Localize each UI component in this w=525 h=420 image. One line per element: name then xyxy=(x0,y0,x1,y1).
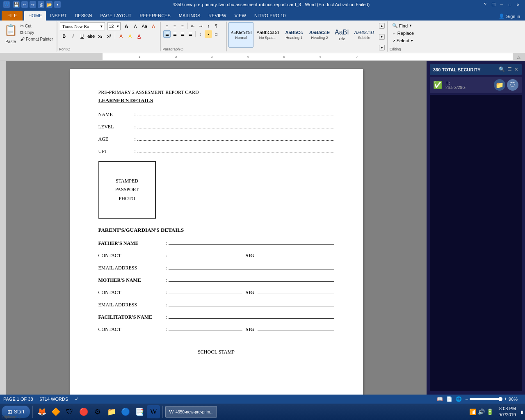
sort-button[interactable]: ↕ xyxy=(205,22,212,30)
subscript-button[interactable]: x₂ xyxy=(96,32,104,40)
font-shrink-button[interactable]: A xyxy=(131,22,139,30)
mother-contact-line[interactable] xyxy=(169,288,242,294)
close-button[interactable]: ✕ xyxy=(514,1,522,8)
taskbar-settings-icon[interactable]: ⚙ xyxy=(91,405,104,418)
minimize-button[interactable]: ─ xyxy=(498,1,505,8)
find-arrow[interactable]: ▼ xyxy=(409,24,412,27)
security-search-icon[interactable]: 🔍 xyxy=(499,66,505,73)
bullets-button[interactable]: ≡ xyxy=(163,22,171,30)
clipboard-expander[interactable]: ⬡ xyxy=(18,415,21,419)
styles-scroll-down[interactable]: ▼ xyxy=(379,34,385,40)
style-heading1[interactable]: AaBbCc Heading 1 xyxy=(282,22,306,48)
undo-button[interactable]: ↩ xyxy=(21,1,28,8)
storage-folder-button[interactable]: 📁 xyxy=(494,79,505,91)
tab-mailings[interactable]: MAILINGS xyxy=(175,11,205,21)
taskbar-firefox-icon[interactable]: 🦊 xyxy=(35,405,48,418)
read-mode-icon[interactable]: 📖 xyxy=(437,396,443,402)
borders-button[interactable]: □ xyxy=(212,30,220,38)
taskbar-edge-icon[interactable]: 🔵 xyxy=(119,405,132,418)
style-subtitle[interactable]: AaBbCcD Subtitle xyxy=(352,22,377,48)
clear-formatting-button[interactable]: A xyxy=(149,22,158,30)
taskbar-word-icon[interactable]: W xyxy=(147,405,160,418)
track-changes-icon[interactable]: ✓ xyxy=(75,396,79,402)
customize-qa[interactable]: ▾ xyxy=(54,1,61,8)
redo-button[interactable]: ↪ xyxy=(30,1,36,8)
align-right-button[interactable]: ☰ xyxy=(179,30,186,38)
zoom-handle[interactable] xyxy=(498,397,502,401)
font-name-arrow[interactable]: ▼ xyxy=(100,25,103,28)
cut-button[interactable]: ✂ Cut xyxy=(19,23,54,29)
tab-view[interactable]: VIEW xyxy=(231,11,250,21)
tray-sound-icon[interactable]: 🔊 xyxy=(478,409,485,415)
tab-file[interactable]: FILE xyxy=(2,11,23,21)
save-button[interactable]: 💾 xyxy=(13,1,20,8)
tab-design[interactable]: DESIGN xyxy=(71,11,96,21)
father-contact-line[interactable] xyxy=(169,251,242,257)
taskbar-folder-icon[interactable]: 📁 xyxy=(105,405,118,418)
zoom-in-button[interactable]: + xyxy=(504,396,507,402)
styles-scroll-up[interactable]: ▲ xyxy=(379,23,385,29)
restore-down-button[interactable]: ❐ xyxy=(490,1,497,8)
tab-page-layout[interactable]: PAGE LAYOUT xyxy=(96,11,136,21)
bold-button[interactable]: B xyxy=(60,32,68,40)
strikethrough-button[interactable]: abc xyxy=(87,32,95,40)
style-normal[interactable]: AaBbCcDd Normal xyxy=(228,22,253,48)
multilevel-list-button[interactable]: ≡ xyxy=(179,22,186,30)
styles-expand[interactable]: ▾ xyxy=(379,45,385,50)
age-line[interactable] xyxy=(137,135,334,141)
align-center-button[interactable]: ☰ xyxy=(171,30,178,38)
name-line[interactable] xyxy=(137,110,334,116)
change-case-button[interactable]: Aa xyxy=(140,22,148,30)
sign-in-button[interactable]: 👤 Sign in xyxy=(495,12,523,21)
underline-button[interactable]: U xyxy=(78,32,86,40)
superscript-button[interactable]: x² xyxy=(105,32,113,40)
select-button[interactable]: ↗ Select ▼ xyxy=(390,37,418,44)
show-formatting-marks-button[interactable]: ¶ xyxy=(212,22,220,30)
tab-references[interactable]: REFERENCES xyxy=(136,11,175,21)
paragraph-expander[interactable]: ⬡ xyxy=(180,48,183,51)
shading-button[interactable]: ▪ xyxy=(205,30,212,38)
facilitator-contact-line[interactable] xyxy=(169,325,242,331)
tab-nitro[interactable]: NITRO PRO 10 xyxy=(250,11,290,21)
facilitator-name-line[interactable] xyxy=(169,313,334,319)
find-button[interactable]: 🔍 Find ▼ xyxy=(390,22,418,29)
document-area[interactable]: PRE-PRIMARY 2 ASSESMENT REPORT CARD LEAR… xyxy=(6,61,427,395)
decrease-indent-button[interactable]: ⇤ xyxy=(189,22,196,30)
numbering-button[interactable]: ≡ xyxy=(171,22,178,30)
print-layout-icon[interactable]: 📄 xyxy=(446,396,452,402)
italic-button[interactable]: I xyxy=(69,32,77,40)
fathers-name-line[interactable] xyxy=(169,239,334,245)
tab-insert[interactable]: INSERT xyxy=(46,11,71,21)
maximize-button[interactable]: □ xyxy=(506,1,514,8)
storage-action-button[interactable]: 🛡 xyxy=(507,79,518,91)
font-color-button[interactable]: A xyxy=(135,32,143,40)
style-title[interactable]: AaBI Title xyxy=(333,22,351,48)
tab-review[interactable]: REVIEW xyxy=(204,11,230,21)
tray-network-icon[interactable]: 📶 xyxy=(469,409,476,415)
replace-button[interactable]: ↔ Replace xyxy=(390,30,418,37)
paste-button[interactable]: 📋 xyxy=(4,22,17,39)
text-effects-button[interactable]: A xyxy=(117,32,125,40)
format-painter-button[interactable]: 🖌 Format Painter xyxy=(19,36,54,42)
taskbar-shield-icon[interactable]: 🛡 xyxy=(63,405,76,418)
zoom-track[interactable] xyxy=(470,398,502,400)
font-name-selector[interactable]: Times New Ro ▼ xyxy=(60,22,105,30)
word-icon[interactable]: W xyxy=(3,1,10,8)
open-button[interactable]: 📂 xyxy=(46,1,52,8)
highlight-button[interactable]: A xyxy=(126,32,134,40)
taskbar-files-icon[interactable]: 📑 xyxy=(133,405,146,418)
facilitator-sig-line[interactable] xyxy=(258,325,334,331)
show-desktop-button[interactable]: ▮ xyxy=(521,410,523,414)
mother-sig-line[interactable] xyxy=(258,288,334,294)
mothers-name-line[interactable] xyxy=(169,276,334,282)
security-close-icon[interactable]: ✕ xyxy=(514,66,518,73)
help-button[interactable]: ? xyxy=(482,1,489,8)
font-grow-button[interactable]: A xyxy=(122,22,130,30)
style-no-space[interactable]: AaBbCcDd No Spac... xyxy=(254,22,281,48)
tray-battery-icon[interactable]: 🔋 xyxy=(486,409,493,415)
active-window-button[interactable]: W 4350-new-pre-prim... xyxy=(165,406,217,418)
justify-button[interactable]: ☰ xyxy=(187,30,194,38)
style-heading2[interactable]: AaBbCcE Heading 2 xyxy=(307,22,332,48)
taskbar-vlc-icon[interactable]: 🔶 xyxy=(49,405,62,418)
font-expander[interactable]: ⬡ xyxy=(67,48,70,51)
